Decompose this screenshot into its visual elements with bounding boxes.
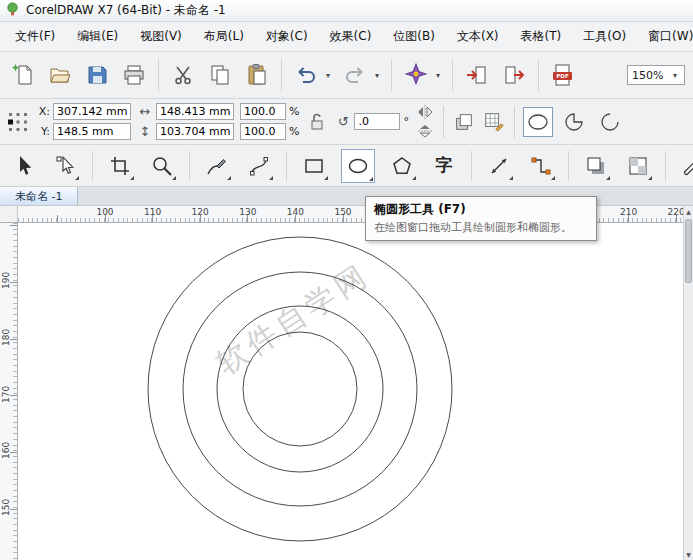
object-position-grid[interactable] — [6, 110, 30, 134]
menu-item-9[interactable]: 工具(O) — [572, 23, 637, 50]
menu-item-1[interactable]: 编辑(E) — [66, 23, 129, 50]
zoom-dropdown-caret: ▾ — [670, 71, 680, 80]
toolbox-separator — [471, 151, 472, 181]
dimension-tool-button[interactable] — [484, 151, 514, 181]
copy-button[interactable] — [205, 60, 235, 90]
lock-icon — [307, 112, 327, 132]
concentric-circles[interactable] — [18, 223, 683, 560]
scale-horizontal-input[interactable] — [240, 103, 286, 120]
new-document-button[interactable] — [8, 60, 38, 90]
application-launcher-button[interactable] — [401, 60, 431, 90]
vertical-scrollbar[interactable]: ▲ ▼ — [683, 206, 693, 560]
crop-tool-button[interactable] — [105, 151, 135, 181]
connector-tool-icon — [530, 155, 552, 177]
svg-text:PDF: PDF — [556, 73, 569, 79]
freehand-tool-button[interactable] — [202, 151, 232, 181]
zoom-tool-icon — [151, 155, 173, 177]
color-eyedropper-icon — [682, 155, 693, 177]
cut-button[interactable] — [168, 60, 198, 90]
title-bar: CorelDRAW X7 (64-Bit) - 未命名 -1 — [0, 0, 693, 22]
freehand-tool-icon — [206, 155, 228, 177]
tooltip: 椭圆形工具 (F7) 在绘图窗口拖动工具绘制圆形和椭圆形。 — [365, 196, 597, 241]
shape-tool-icon — [54, 155, 76, 177]
object-height-input[interactable] — [156, 123, 234, 140]
shape-tool-button[interactable] — [50, 151, 80, 181]
transparency-tool-button[interactable] — [623, 151, 653, 181]
scrollbar-thumb[interactable] — [685, 219, 692, 283]
scroll-up-button[interactable]: ▲ — [684, 206, 693, 217]
arc-mode-button[interactable] — [595, 107, 625, 137]
publish-pdf-button[interactable]: PDF — [548, 60, 578, 90]
drop-shadow-tool-button[interactable] — [581, 151, 611, 181]
y-position-input[interactable] — [53, 123, 131, 140]
grid-options-button[interactable] — [482, 110, 506, 134]
export-button[interactable] — [499, 60, 529, 90]
toolbar-separator — [538, 59, 539, 91]
window-title: CorelDRAW X7 (64-Bit) - 未命名 -1 — [26, 2, 226, 19]
percent-sign: % — [289, 125, 299, 138]
degree-sign: ° — [403, 115, 409, 128]
height-icon: ↕ — [137, 124, 153, 139]
grid-options-icon — [483, 111, 505, 133]
menu-item-10[interactable]: 窗口(W) — [637, 23, 693, 50]
redo-dropdown-caret[interactable]: ▾ — [372, 71, 382, 80]
publish-pdf-icon: PDF — [551, 63, 575, 87]
polygon-tool-button[interactable] — [387, 151, 417, 181]
launcher-dropdown-caret[interactable]: ▾ — [433, 71, 443, 80]
scale-vertical-input[interactable] — [240, 123, 286, 140]
undo-button[interactable] — [291, 60, 321, 90]
zoom-level-combo[interactable]: 150% ▾ — [627, 65, 685, 85]
menu-item-4[interactable]: 对象(C) — [255, 23, 319, 50]
x-position-input[interactable] — [53, 103, 131, 120]
pick-tool-button[interactable] — [8, 151, 38, 181]
h-ruler-label: 150 — [334, 207, 351, 217]
h-ruler-label: 220 — [668, 207, 683, 217]
toolbox-separator — [92, 151, 93, 181]
mirror-vertical-button[interactable] — [415, 123, 435, 139]
menu-item-5[interactable]: 效果(C) — [319, 23, 383, 50]
tooltip-title: 椭圆形工具 (F7) — [374, 201, 588, 218]
v-ruler-label: 190 — [1, 273, 11, 289]
connector-tool-button[interactable] — [526, 151, 556, 181]
pie-mode-button[interactable] — [559, 107, 589, 137]
menu-bar: 文件(F)编辑(E)视图(V)布局(L)对象(C)效果(C)位图(B)文本(X)… — [0, 22, 693, 52]
print-button[interactable] — [119, 60, 149, 90]
open-button[interactable] — [45, 60, 75, 90]
toolbar-separator — [391, 59, 392, 91]
ellipse-mode-button[interactable] — [523, 107, 553, 137]
lock-ratio-button[interactable] — [305, 110, 329, 134]
rectangle-tool-button[interactable] — [299, 151, 329, 181]
menu-item-8[interactable]: 表格(T) — [510, 23, 573, 50]
document-tab[interactable]: 未命名 -1 — [0, 187, 78, 205]
object-width-input[interactable] — [156, 103, 234, 120]
menu-item-6[interactable]: 位图(B) — [382, 23, 446, 50]
color-eyedropper-tool-button[interactable] — [678, 151, 693, 181]
pick-tool-icon — [12, 155, 34, 177]
menu-item-0[interactable]: 文件(F) — [4, 23, 66, 50]
ellipse-tool-button[interactable] — [341, 149, 375, 183]
toolbox: 字 — [0, 145, 693, 187]
h-ruler-label: 130 — [239, 207, 256, 217]
paste-button[interactable] — [242, 60, 272, 90]
redo-button[interactable] — [340, 60, 370, 90]
bezier-tool-button[interactable] — [244, 151, 274, 181]
undo-dropdown-caret[interactable]: ▾ — [323, 71, 333, 80]
menu-item-7[interactable]: 文本(X) — [446, 23, 510, 50]
scroll-down-button[interactable]: ▼ — [684, 549, 693, 560]
order-objects-button[interactable] — [452, 110, 476, 134]
undo-icon — [294, 63, 318, 87]
rotation-angle-input[interactable] — [354, 113, 400, 130]
import-button[interactable] — [462, 60, 492, 90]
drop-shadow-tool-icon — [585, 155, 607, 177]
ellipse-mode-icon — [526, 110, 550, 134]
vertical-ruler[interactable]: 190180170160150 — [0, 223, 18, 560]
menu-item-3[interactable]: 布局(L) — [193, 23, 255, 50]
mirror-horizontal-button[interactable] — [415, 104, 435, 120]
drawing-canvas[interactable]: 软件自学网 — [18, 223, 683, 560]
zoom-tool-button[interactable] — [147, 151, 177, 181]
new-document-icon — [11, 63, 35, 87]
menu-item-2[interactable]: 视图(V) — [129, 23, 193, 50]
save-button[interactable] — [82, 60, 112, 90]
text-tool-button[interactable]: 字 — [429, 151, 459, 181]
y-label: Y: — [36, 125, 50, 138]
